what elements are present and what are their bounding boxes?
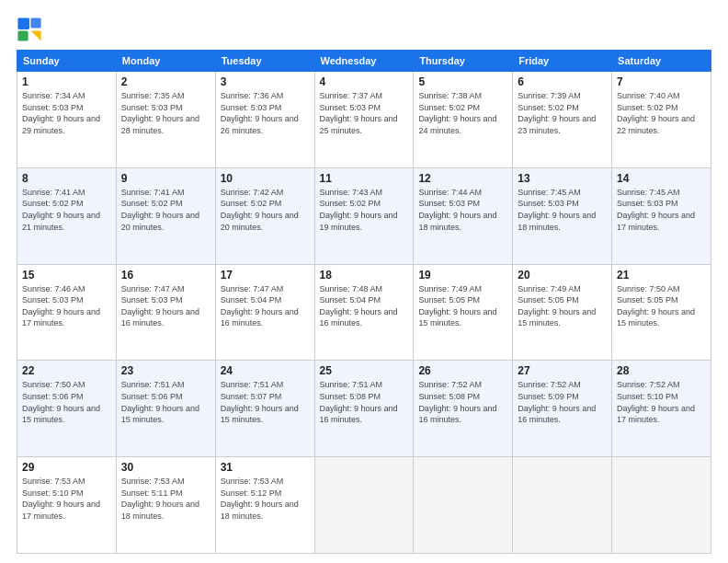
calendar-cell: 6 Sunrise: 7:39 AMSunset: 5:02 PMDayligh…: [513, 72, 612, 168]
day-number: 8: [22, 172, 111, 185]
calendar-cell: 31 Sunrise: 7:53 AMSunset: 5:12 PMDaylig…: [215, 457, 314, 554]
svg-marker-3: [30, 30, 40, 40]
day-detail: Sunrise: 7:45 AMSunset: 5:03 PMDaylight:…: [617, 188, 695, 232]
day-header-monday: Monday: [116, 51, 215, 72]
day-header-thursday: Thursday: [414, 51, 513, 72]
day-detail: Sunrise: 7:53 AMSunset: 5:12 PMDaylight:…: [221, 477, 299, 521]
day-number: 22: [22, 364, 111, 377]
day-number: 30: [121, 461, 210, 474]
day-number: 28: [617, 364, 706, 377]
calendar-cell: 28 Sunrise: 7:52 AMSunset: 5:10 PMDaylig…: [612, 361, 711, 457]
day-detail: Sunrise: 7:43 AMSunset: 5:02 PMDaylight:…: [320, 188, 398, 232]
calendar-cell: [513, 457, 612, 554]
day-number: 18: [320, 269, 409, 282]
calendar-cell: 2 Sunrise: 7:35 AMSunset: 5:03 PMDayligh…: [116, 72, 215, 168]
calendar-cell: 4 Sunrise: 7:37 AMSunset: 5:03 PMDayligh…: [314, 72, 414, 168]
day-number: 17: [221, 269, 310, 282]
day-number: 21: [617, 269, 706, 282]
calendar-cell: 29 Sunrise: 7:53 AMSunset: 5:10 PMDaylig…: [17, 457, 117, 554]
day-number: 29: [22, 461, 111, 474]
day-detail: Sunrise: 7:42 AMSunset: 5:02 PMDaylight:…: [221, 188, 299, 232]
day-detail: Sunrise: 7:53 AMSunset: 5:11 PMDaylight:…: [121, 477, 199, 521]
day-header-wednesday: Wednesday: [314, 51, 414, 72]
day-header-tuesday: Tuesday: [215, 51, 314, 72]
day-number: 25: [320, 364, 409, 377]
calendar-cell: 15 Sunrise: 7:46 AMSunset: 5:03 PMDaylig…: [17, 264, 117, 361]
calendar-cell: 1 Sunrise: 7:34 AMSunset: 5:03 PMDayligh…: [17, 72, 117, 168]
day-number: 2: [121, 75, 210, 88]
calendar-cell: [612, 457, 711, 554]
calendar-cell: 17 Sunrise: 7:47 AMSunset: 5:04 PMDaylig…: [215, 264, 314, 361]
calendar-cell: 5 Sunrise: 7:38 AMSunset: 5:02 PMDayligh…: [414, 72, 513, 168]
day-detail: Sunrise: 7:44 AMSunset: 5:03 PMDaylight:…: [418, 188, 496, 232]
day-number: 7: [617, 75, 706, 88]
calendar-week-row: 29 Sunrise: 7:53 AMSunset: 5:10 PMDaylig…: [17, 457, 711, 554]
day-detail: Sunrise: 7:49 AMSunset: 5:05 PMDaylight:…: [518, 284, 596, 328]
calendar-week-row: 1 Sunrise: 7:34 AMSunset: 5:03 PMDayligh…: [17, 72, 711, 168]
day-number: 9: [121, 172, 210, 185]
day-detail: Sunrise: 7:38 AMSunset: 5:02 PMDaylight:…: [418, 91, 496, 135]
day-number: 26: [418, 364, 507, 377]
day-number: 24: [221, 364, 310, 377]
day-header-saturday: Saturday: [612, 51, 711, 72]
calendar-cell: 26 Sunrise: 7:52 AMSunset: 5:08 PMDaylig…: [414, 361, 513, 457]
day-number: 23: [121, 364, 210, 377]
day-detail: Sunrise: 7:36 AMSunset: 5:03 PMDaylight:…: [221, 91, 299, 135]
day-detail: Sunrise: 7:45 AMSunset: 5:03 PMDaylight:…: [518, 188, 596, 232]
day-number: 11: [320, 172, 409, 185]
calendar-cell: 8 Sunrise: 7:41 AMSunset: 5:02 PMDayligh…: [17, 167, 117, 264]
day-detail: Sunrise: 7:34 AMSunset: 5:03 PMDaylight:…: [22, 91, 100, 135]
day-number: 16: [121, 269, 210, 282]
calendar-cell: 10 Sunrise: 7:42 AMSunset: 5:02 PMDaylig…: [215, 167, 314, 264]
svg-rect-2: [17, 30, 28, 40]
day-number: 1: [22, 75, 111, 88]
day-detail: Sunrise: 7:37 AMSunset: 5:03 PMDaylight:…: [320, 91, 398, 135]
day-number: 19: [418, 269, 507, 282]
logo: [17, 17, 44, 42]
calendar-cell: 30 Sunrise: 7:53 AMSunset: 5:11 PMDaylig…: [116, 457, 215, 554]
day-header-friday: Friday: [513, 51, 612, 72]
day-detail: Sunrise: 7:51 AMSunset: 5:07 PMDaylight:…: [221, 380, 299, 424]
calendar-cell: 24 Sunrise: 7:51 AMSunset: 5:07 PMDaylig…: [215, 361, 314, 457]
calendar-cell: 16 Sunrise: 7:47 AMSunset: 5:03 PMDaylig…: [116, 264, 215, 361]
calendar-cell: 13 Sunrise: 7:45 AMSunset: 5:03 PMDaylig…: [513, 167, 612, 264]
calendar-cell: 22 Sunrise: 7:50 AMSunset: 5:06 PMDaylig…: [17, 361, 117, 457]
day-detail: Sunrise: 7:50 AMSunset: 5:05 PMDaylight:…: [617, 284, 695, 328]
day-number: 14: [617, 172, 706, 185]
calendar-cell: 25 Sunrise: 7:51 AMSunset: 5:08 PMDaylig…: [314, 361, 414, 457]
day-number: 6: [518, 75, 607, 88]
day-detail: Sunrise: 7:48 AMSunset: 5:04 PMDaylight:…: [320, 284, 398, 328]
day-detail: Sunrise: 7:47 AMSunset: 5:04 PMDaylight:…: [221, 284, 299, 328]
svg-rect-1: [30, 17, 40, 28]
day-detail: Sunrise: 7:47 AMSunset: 5:03 PMDaylight:…: [121, 284, 199, 328]
svg-rect-0: [17, 17, 29, 29]
day-detail: Sunrise: 7:46 AMSunset: 5:03 PMDaylight:…: [22, 284, 100, 328]
day-number: 13: [518, 172, 607, 185]
day-detail: Sunrise: 7:51 AMSunset: 5:08 PMDaylight:…: [320, 380, 398, 424]
day-number: 31: [221, 461, 310, 474]
day-number: 20: [518, 269, 607, 282]
calendar-cell: 23 Sunrise: 7:51 AMSunset: 5:06 PMDaylig…: [116, 361, 215, 457]
calendar-table: SundayMondayTuesdayWednesdayThursdayFrid…: [17, 50, 711, 554]
calendar-cell: 9 Sunrise: 7:41 AMSunset: 5:02 PMDayligh…: [116, 167, 215, 264]
day-detail: Sunrise: 7:52 AMSunset: 5:10 PMDaylight:…: [617, 380, 695, 424]
day-detail: Sunrise: 7:41 AMSunset: 5:02 PMDaylight:…: [121, 188, 199, 232]
day-detail: Sunrise: 7:39 AMSunset: 5:02 PMDaylight:…: [518, 91, 596, 135]
calendar-cell: 19 Sunrise: 7:49 AMSunset: 5:05 PMDaylig…: [414, 264, 513, 361]
day-detail: Sunrise: 7:49 AMSunset: 5:05 PMDaylight:…: [418, 284, 496, 328]
day-detail: Sunrise: 7:52 AMSunset: 5:08 PMDaylight:…: [418, 380, 496, 424]
day-detail: Sunrise: 7:53 AMSunset: 5:10 PMDaylight:…: [22, 477, 100, 521]
calendar-cell: 11 Sunrise: 7:43 AMSunset: 5:02 PMDaylig…: [314, 167, 414, 264]
day-number: 3: [221, 75, 310, 88]
day-number: 27: [518, 364, 607, 377]
header: [17, 17, 711, 42]
page: SundayMondayTuesdayWednesdayThursdayFrid…: [0, 0, 728, 563]
calendar-header-row: SundayMondayTuesdayWednesdayThursdayFrid…: [17, 51, 711, 72]
logo-icon: [17, 17, 42, 42]
day-number: 10: [221, 172, 310, 185]
day-number: 4: [320, 75, 409, 88]
day-detail: Sunrise: 7:51 AMSunset: 5:06 PMDaylight:…: [121, 380, 199, 424]
calendar-week-row: 15 Sunrise: 7:46 AMSunset: 5:03 PMDaylig…: [17, 264, 711, 361]
calendar-cell: [414, 457, 513, 554]
calendar-cell: 21 Sunrise: 7:50 AMSunset: 5:05 PMDaylig…: [612, 264, 711, 361]
